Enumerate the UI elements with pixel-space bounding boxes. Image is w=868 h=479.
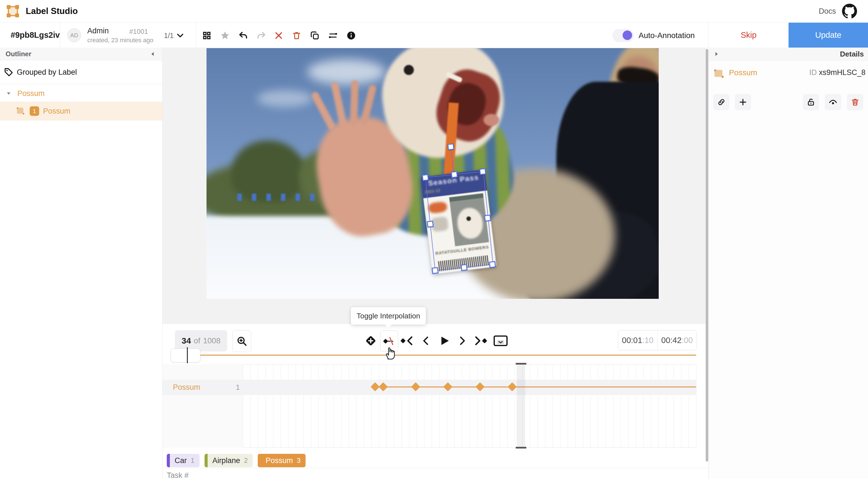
grouping-selector[interactable]: Grouped by Label — [0, 60, 162, 84]
undo-button[interactable] — [237, 29, 250, 42]
resize-handle-n[interactable] — [451, 171, 458, 178]
prev-keyframe-button[interactable] — [400, 334, 414, 347]
vertical-scrollbar[interactable] — [706, 49, 708, 462]
resize-handle-sw[interactable] — [432, 267, 438, 274]
next-keyframe-button[interactable] — [473, 334, 488, 347]
info-button[interactable] — [344, 29, 358, 42]
label-hotkey: 3 — [297, 457, 306, 465]
grid-line — [303, 364, 304, 448]
triangle-down-icon[interactable] — [6, 91, 11, 96]
grid-line — [477, 364, 477, 448]
grid-line — [318, 364, 319, 448]
docs-link[interactable]: Docs — [819, 7, 836, 16]
label-color-bar — [205, 454, 208, 467]
label-color-bar — [167, 454, 170, 467]
label-hotkey: 2 — [244, 457, 253, 465]
resize-handle-se[interactable] — [489, 261, 496, 268]
grid-line — [590, 364, 591, 448]
frame-current: 34 — [182, 336, 191, 346]
top-bar: Label Studio Docs — [0, 0, 868, 23]
collapse-left-icon[interactable] — [150, 51, 156, 57]
redo-button[interactable] — [255, 29, 268, 42]
seek-viewport-handle[interactable] — [171, 349, 200, 362]
chevron-down-icon[interactable] — [175, 31, 185, 40]
zoom-in-button[interactable] — [232, 330, 251, 352]
region-row-possum[interactable]: 1 Possum — [0, 102, 162, 121]
grid-line — [658, 364, 659, 448]
region-actions — [709, 94, 868, 119]
region-details-row[interactable]: Possum ID xs9mHLSC_8 — [709, 60, 868, 94]
skip-button[interactable]: Skip — [708, 23, 789, 47]
label-text: Car — [170, 456, 191, 465]
grid-line — [288, 364, 288, 448]
playhead-cap-bottom[interactable] — [516, 447, 526, 448]
resize-handle-nw[interactable] — [422, 174, 429, 181]
grouping-label: Grouped by Label — [17, 68, 77, 77]
label-chip-possum[interactable]: Possum3 — [258, 454, 306, 467]
label-chip-airplane[interactable]: Airplane2 — [205, 454, 253, 467]
label-text: Airplane — [208, 456, 244, 465]
track-region-count: 1 — [236, 383, 240, 391]
frame-counter[interactable]: 34 of 1008 — [175, 330, 227, 351]
label-studio-logo-icon[interactable] — [6, 4, 20, 18]
timeline-playhead-column[interactable] — [517, 364, 525, 448]
grid-line — [613, 364, 613, 448]
grid-line — [402, 364, 402, 448]
timeline-collapse-button[interactable] — [492, 334, 509, 348]
resize-handle-ne[interactable] — [479, 168, 486, 175]
grid-line — [296, 364, 296, 448]
seek-playhead[interactable] — [187, 347, 188, 363]
delete-region-button[interactable] — [847, 94, 863, 110]
resize-handle-e[interactable] — [484, 215, 491, 221]
grid-line — [281, 364, 281, 448]
grid-line — [379, 364, 379, 448]
link-region-button[interactable] — [713, 94, 730, 110]
grid-line — [545, 364, 546, 448]
hide-region-button[interactable] — [825, 94, 841, 110]
reject-button[interactable] — [272, 29, 285, 42]
grid-view-button[interactable] — [200, 29, 214, 42]
task-footer-label: Task # — [167, 471, 189, 479]
delete-button[interactable] — [290, 29, 303, 42]
region-index-badge: 1 — [30, 106, 39, 116]
rotation-handle[interactable] — [447, 143, 454, 150]
update-button[interactable]: Update — [788, 23, 868, 47]
auto-annotation-toggle[interactable] — [613, 29, 633, 42]
tree — [232, 140, 305, 202]
play-button[interactable] — [437, 333, 452, 348]
grid-line — [386, 364, 387, 448]
prev-frame-button[interactable] — [420, 334, 432, 347]
add-meta-button[interactable] — [735, 94, 751, 110]
grid-line — [606, 364, 606, 448]
github-icon[interactable] — [842, 3, 857, 19]
next-frame-button[interactable] — [456, 334, 468, 347]
grid-line — [447, 364, 447, 448]
region-bounding-box[interactable] — [425, 171, 493, 271]
resize-handle-s[interactable] — [461, 264, 467, 271]
resize-handle-w[interactable] — [427, 221, 433, 227]
grid-line — [349, 364, 349, 448]
grid-line — [583, 364, 583, 448]
playhead-cap-top[interactable] — [516, 363, 526, 364]
group-row-possum[interactable]: Possum — [0, 85, 162, 102]
tag-icon — [4, 67, 13, 77]
grid-line — [371, 364, 372, 448]
relations-button[interactable] — [326, 29, 340, 42]
collapse-right-icon[interactable] — [714, 51, 719, 57]
video-canvas[interactable]: Season Pass 2021-12 RATATOUILLE BOWERS — [207, 48, 659, 299]
grid-line — [515, 364, 515, 448]
seek-line[interactable] — [179, 354, 696, 356]
cloud — [257, 90, 313, 107]
avatar[interactable]: AD — [67, 28, 81, 42]
grid-line — [537, 364, 538, 448]
duplicate-button[interactable] — [308, 29, 321, 42]
annotation-toolbar: #9pb8Lgs2iv AD Admin #1001 created, 23 m… — [0, 23, 868, 48]
star-button[interactable] — [218, 29, 232, 42]
label-chip-car[interactable]: Car1 — [167, 454, 199, 467]
lock-region-button[interactable] — [803, 94, 819, 110]
grid-line — [666, 364, 666, 448]
add-keyframe-button[interactable] — [363, 333, 379, 348]
details-header: Details — [709, 47, 868, 60]
auto-annotation-label: Auto-Annotation — [639, 31, 695, 40]
toggle-interpolation-button[interactable] — [380, 330, 398, 352]
